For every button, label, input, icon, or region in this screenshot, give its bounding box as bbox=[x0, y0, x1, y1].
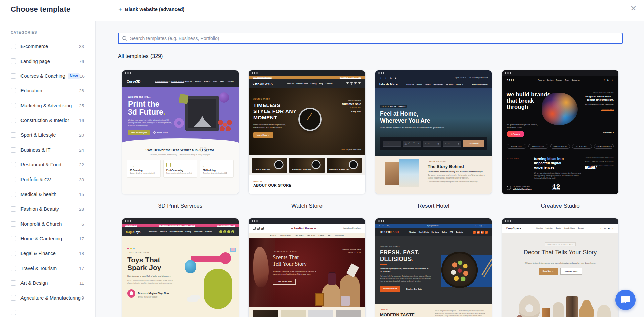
template-thumbnail-cozyspace[interactable]: CozySpace About usInspirationCatalogNews… bbox=[502, 218, 619, 317]
mini-secondary-button: Explore Our Sets bbox=[403, 286, 425, 292]
social-icons: f◎▶ bbox=[253, 227, 264, 230]
mini-nav-link: Team bbox=[565, 79, 569, 81]
category-checkbox[interactable] bbox=[11, 280, 16, 286]
template-thumbnail-jardin-obscur[interactable]: f◎▶ – Jardin Obscur – jardinobscur@email… bbox=[248, 218, 366, 317]
template-thumbnail-creative-studio[interactable]: ctrl About usServicesProjectsTeamContact… bbox=[502, 70, 619, 194]
template-card-cozyspace[interactable]: CozySpace About usInspirationCatalogNews… bbox=[502, 218, 619, 317]
template-thumbnail-tokyodash[interactable]: Open 8 am - 10 pm +1 (234) 567 89 00 tok… bbox=[375, 218, 492, 317]
category-checkbox[interactable] bbox=[11, 88, 16, 93]
mini-heading: Print the 3d Future. bbox=[128, 100, 168, 116]
category-item[interactable]: Marketing & Advertising 25 bbox=[0, 98, 95, 113]
browser-chrome bbox=[375, 70, 492, 76]
printer-illustration bbox=[185, 96, 219, 131]
category-item[interactable]: Restaurant & Food 22 bbox=[0, 157, 95, 172]
categories-heading: CATEGORIES bbox=[11, 30, 95, 34]
mini-cta-button: Shop Now → bbox=[539, 268, 558, 275]
feature-text: Transform ideas into functional 3D bbox=[203, 172, 231, 174]
category-item[interactable]: Fashion & Beauty 28 bbox=[0, 202, 95, 216]
category-count: 30 bbox=[79, 177, 84, 182]
template-card-creative-studio[interactable]: ctrl About usServicesProjectsTeamContact… bbox=[502, 70, 619, 218]
facebook-icon: f bbox=[603, 78, 606, 81]
category-checkbox[interactable] bbox=[11, 266, 16, 271]
category-item[interactable]: Medical & health 15 bbox=[0, 187, 95, 202]
category-checkbox[interactable] bbox=[11, 147, 16, 153]
mini-nav-link: Gallery bbox=[442, 231, 447, 233]
cube-illustration bbox=[179, 94, 188, 104]
category-checkbox[interactable] bbox=[11, 221, 16, 227]
category-checkbox[interactable] bbox=[11, 162, 16, 167]
mini-nav-link: Gallery bbox=[425, 83, 431, 85]
mini-nav-link: Contacts bbox=[205, 231, 212, 233]
mini-nav: About usHow It WorksOur MenuGalleryFAQCo… bbox=[409, 231, 463, 233]
twitter-icon: t bbox=[611, 227, 614, 230]
browser-chrome bbox=[502, 70, 618, 76]
category-checkbox[interactable] bbox=[11, 132, 16, 138]
category-item[interactable]: Legal & Finance 18 bbox=[0, 246, 95, 261]
about-heading: The Story Behind bbox=[428, 164, 487, 169]
mini-nav-cta: Plan Your Getaway! bbox=[472, 83, 488, 85]
category-checkbox[interactable] bbox=[11, 295, 16, 301]
blank-website-button[interactable]: + Blank website (advanced) bbox=[118, 6, 184, 12]
category-item[interactable]: Business & IT 24 bbox=[0, 143, 95, 157]
template-card-tokyodash[interactable]: Open 8 am - 10 pm +1 (234) 567 89 00 tok… bbox=[375, 218, 492, 317]
plus-icon: + bbox=[118, 6, 122, 12]
mini-hero: WELCOME TO COZYSPACE Decor That Tells Yo… bbox=[502, 233, 618, 317]
category-item[interactable]: Agriculture & Manufacturing 9 bbox=[0, 290, 95, 305]
category-checkbox[interactable] bbox=[11, 206, 16, 212]
mini-nav-link: Projects bbox=[204, 81, 210, 82]
category-item[interactable]: Courses & Coaching New 16 bbox=[0, 69, 95, 83]
category-checkbox-partial[interactable] bbox=[11, 310, 16, 315]
category-checkbox[interactable] bbox=[11, 44, 16, 49]
category-label: Nonprofit & Church bbox=[20, 221, 62, 227]
category-checkbox[interactable] bbox=[11, 118, 16, 123]
search-icon bbox=[122, 36, 127, 41]
text-caret bbox=[130, 36, 130, 42]
mini-about-section: - about us - MODERN TASTE. We're not jus… bbox=[375, 304, 492, 317]
search-bar[interactable] bbox=[118, 33, 623, 44]
template-card-resort-hotel[interactable]: ft◎▶ +1 (234) 567 89 00ISLADIMARE@EMAIL.… bbox=[375, 70, 492, 218]
template-thumbnail-magictoys[interactable]: +1 (234) 567 89 00 SHOWROOM: 1234 EVERMO… bbox=[122, 218, 239, 317]
service-pill: WEB PLATFORMS bbox=[550, 144, 570, 149]
feature-box: Post-Processing From smoothing to finish… bbox=[163, 160, 197, 178]
promo-block: Meet Our Signature Scents FROM $29.99 bbox=[343, 249, 361, 253]
category-checkbox[interactable] bbox=[11, 251, 16, 256]
template-card-jardin-obscur[interactable]: f◎▶ – Jardin Obscur – jardinobscur@email… bbox=[248, 218, 366, 317]
template-card-watch-store[interactable]: FREE SHIPPING FROM $50 NEED HELP: +1 (55… bbox=[248, 70, 366, 218]
mini-logo: CHRONOVIA bbox=[253, 82, 273, 85]
template-thumbnail-resort-hotel[interactable]: ft◎▶ +1 (234) 567 89 00ISLADIMARE@EMAIL.… bbox=[375, 70, 492, 194]
template-card-3d-print[interactable]: Curve3D 3d.print@email.com ● +1 (234) 56… bbox=[122, 70, 239, 218]
category-item[interactable]: Construction & Interior 16 bbox=[0, 113, 95, 128]
category-item[interactable]: Portfolio & CV 30 bbox=[0, 172, 95, 187]
close-icon[interactable]: ✕ bbox=[630, 5, 637, 12]
category-checkbox[interactable] bbox=[11, 58, 16, 64]
category-item[interactable]: E-commerce 33 bbox=[0, 39, 95, 54]
mini-about-section: • ABOUT OUR HOTEL • The Story Behind Dis… bbox=[375, 156, 492, 194]
category-checkbox[interactable] bbox=[11, 177, 16, 182]
stat-item: 1.5K PROJECTS SUCCESSFULLY DELIVERED bbox=[585, 157, 614, 158]
template-card-magictoys[interactable]: +1 (234) 567 89 00 SHOWROOM: 1234 EVERMO… bbox=[122, 218, 239, 317]
category-item[interactable]: Travel & Tourism 17 bbox=[0, 261, 95, 276]
template-thumbnail-3d-print[interactable]: Curve3D 3d.print@email.com ● +1 (234) 56… bbox=[122, 70, 239, 194]
template-name: 3D Print Services bbox=[122, 194, 239, 218]
category-tile: Quartz Watches bbox=[252, 158, 287, 173]
category-item[interactable]: Art & Design 11 bbox=[0, 276, 95, 290]
category-item[interactable]: Home & Gardening 17 bbox=[0, 231, 95, 246]
chat-widget-button[interactable] bbox=[615, 290, 636, 310]
template-thumbnail-watch-store[interactable]: FREE SHIPPING FROM $50 NEED HELP: +1 (55… bbox=[248, 70, 366, 194]
category-item[interactable]: Sport & Lifestyle 20 bbox=[0, 128, 95, 143]
search-input[interactable] bbox=[130, 36, 619, 41]
mini-nav-link: Our Philosophy bbox=[280, 235, 291, 236]
category-checkbox[interactable] bbox=[11, 103, 16, 108]
category-item[interactable]: Nonprofit & Church 6 bbox=[0, 216, 95, 231]
category-item[interactable]: Landing page 76 bbox=[0, 54, 95, 69]
mini-nav-link: Projects bbox=[556, 79, 562, 81]
category-checkbox[interactable] bbox=[11, 73, 16, 79]
category-checkbox[interactable] bbox=[11, 192, 16, 197]
category-item[interactable]: Education 26 bbox=[0, 83, 95, 98]
category-count: 25 bbox=[79, 103, 84, 108]
category-checkbox[interactable] bbox=[11, 236, 16, 241]
social-icons: f◎▶t bbox=[599, 227, 614, 230]
stat-label: HOURS CRAFTING DIGITAL SOLUTIONS bbox=[585, 161, 614, 162]
browser-chrome bbox=[502, 218, 618, 224]
mini-heading: TIMELESS STYLE FOR ANY MOMENT bbox=[253, 102, 297, 121]
